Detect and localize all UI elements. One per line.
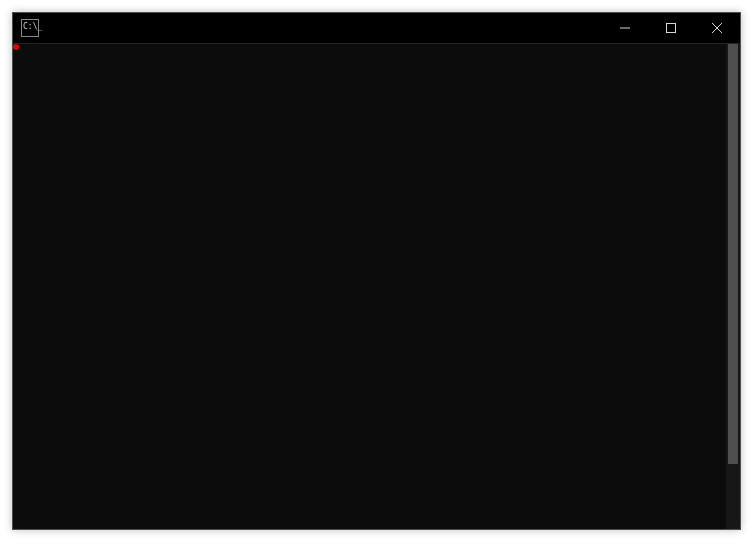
command-prompt-window: [12, 12, 741, 530]
scrollbar-thumb[interactable]: [728, 44, 738, 464]
cmd-icon: [21, 19, 39, 37]
console-area[interactable]: [13, 44, 740, 529]
close-icon: [712, 23, 722, 33]
minimize-button[interactable]: [602, 13, 648, 43]
window-controls: [602, 13, 740, 43]
svg-rect-1: [667, 24, 676, 33]
maximize-icon: [666, 23, 676, 33]
close-button[interactable]: [694, 13, 740, 43]
minimize-icon: [620, 23, 630, 33]
console-text: [13, 44, 726, 529]
scrollbar[interactable]: [726, 44, 740, 529]
maximize-button[interactable]: [648, 13, 694, 43]
titlebar[interactable]: [13, 13, 740, 44]
